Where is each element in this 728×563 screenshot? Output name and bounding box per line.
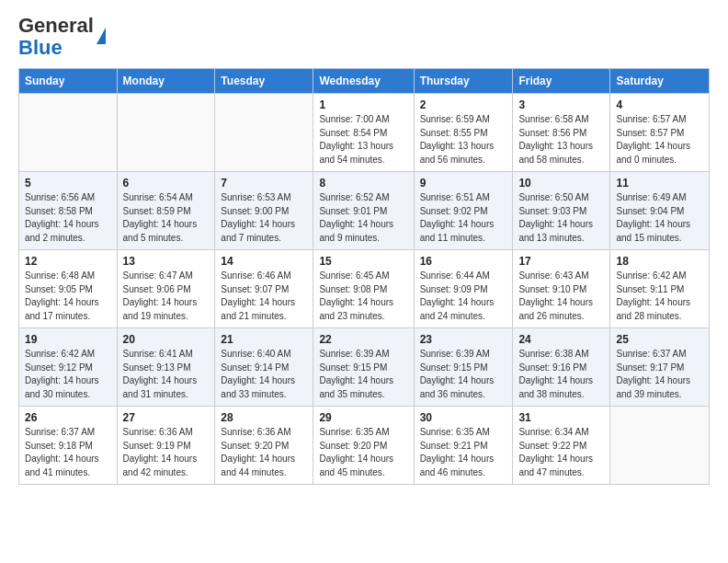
header-monday: Monday xyxy=(117,69,215,94)
week-row-1: 5Sunrise: 6:56 AM Sunset: 8:58 PM Daylig… xyxy=(19,172,710,250)
week-row-0: 1Sunrise: 7:00 AM Sunset: 8:54 PM Daylig… xyxy=(19,94,710,172)
day-info: Sunrise: 6:54 AM Sunset: 8:59 PM Dayligh… xyxy=(123,191,210,245)
day-info: Sunrise: 6:46 AM Sunset: 9:07 PM Dayligh… xyxy=(221,270,307,323)
logo-text: General Blue xyxy=(18,15,94,59)
day-info: Sunrise: 6:53 AM Sunset: 9:00 PM Dayligh… xyxy=(221,191,307,245)
header-saturday: Saturday xyxy=(610,69,710,94)
day-number: 6 xyxy=(123,177,210,190)
calendar-cell: 1Sunrise: 7:00 AM Sunset: 8:54 PM Daylig… xyxy=(313,94,414,172)
day-number: 17 xyxy=(518,255,604,268)
header: General Blue xyxy=(18,15,710,59)
day-number: 5 xyxy=(25,177,111,190)
day-info: Sunrise: 6:34 AM Sunset: 9:22 PM Dayligh… xyxy=(518,426,604,479)
calendar-cell: 21Sunrise: 6:40 AM Sunset: 9:14 PM Dayli… xyxy=(215,328,313,407)
day-number: 1 xyxy=(319,98,407,111)
calendar-cell: 17Sunrise: 6:43 AM Sunset: 9:10 PM Dayli… xyxy=(513,250,610,328)
calendar-cell xyxy=(215,94,313,172)
day-info: Sunrise: 6:56 AM Sunset: 8:58 PM Dayligh… xyxy=(25,191,111,245)
calendar-cell: 28Sunrise: 6:36 AM Sunset: 9:20 PM Dayli… xyxy=(215,407,313,485)
day-info: Sunrise: 6:42 AM Sunset: 9:12 PM Dayligh… xyxy=(25,348,111,401)
day-info: Sunrise: 6:43 AM Sunset: 9:10 PM Dayligh… xyxy=(518,270,604,323)
calendar-cell: 30Sunrise: 6:35 AM Sunset: 9:21 PM Dayli… xyxy=(414,407,513,485)
day-number: 11 xyxy=(616,177,703,190)
week-row-2: 12Sunrise: 6:48 AM Sunset: 9:05 PM Dayli… xyxy=(19,250,710,328)
day-number: 15 xyxy=(319,255,407,268)
calendar-cell: 11Sunrise: 6:49 AM Sunset: 9:04 PM Dayli… xyxy=(610,172,710,250)
day-number: 4 xyxy=(616,98,703,111)
calendar-cell xyxy=(610,407,710,485)
calendar-cell: 15Sunrise: 6:45 AM Sunset: 9:08 PM Dayli… xyxy=(313,250,414,328)
calendar-cell: 22Sunrise: 6:39 AM Sunset: 9:15 PM Dayli… xyxy=(313,328,414,407)
calendar-cell: 20Sunrise: 6:41 AM Sunset: 9:13 PM Dayli… xyxy=(117,328,215,407)
day-number: 10 xyxy=(518,177,604,190)
calendar-cell: 26Sunrise: 6:37 AM Sunset: 9:18 PM Dayli… xyxy=(19,407,118,485)
header-wednesday: Wednesday xyxy=(313,69,414,94)
header-friday: Friday xyxy=(513,69,610,94)
calendar-cell: 7Sunrise: 6:53 AM Sunset: 9:00 PM Daylig… xyxy=(215,172,313,250)
calendar-table: SundayMondayTuesdayWednesdayThursdayFrid… xyxy=(18,68,710,485)
day-info: Sunrise: 6:47 AM Sunset: 9:06 PM Dayligh… xyxy=(123,270,210,323)
week-row-4: 26Sunrise: 6:37 AM Sunset: 9:18 PM Dayli… xyxy=(19,407,710,485)
day-number: 8 xyxy=(319,177,407,190)
day-info: Sunrise: 6:57 AM Sunset: 8:57 PM Dayligh… xyxy=(616,113,703,167)
day-info: Sunrise: 6:49 AM Sunset: 9:04 PM Dayligh… xyxy=(616,191,703,245)
day-number: 28 xyxy=(221,411,307,424)
day-info: Sunrise: 6:35 AM Sunset: 9:20 PM Dayligh… xyxy=(319,426,407,479)
calendar-cell: 2Sunrise: 6:59 AM Sunset: 8:55 PM Daylig… xyxy=(414,94,513,172)
day-number: 13 xyxy=(123,255,210,268)
logo: General Blue xyxy=(18,15,106,59)
logo-blue-text: Blue xyxy=(18,36,63,59)
day-number: 3 xyxy=(518,98,604,111)
header-tuesday: Tuesday xyxy=(215,69,313,94)
day-number: 2 xyxy=(420,98,507,111)
day-info: Sunrise: 6:39 AM Sunset: 9:15 PM Dayligh… xyxy=(319,348,407,401)
page: General Blue SundayMondayTuesdayWednesda… xyxy=(0,0,728,563)
day-number: 22 xyxy=(319,333,407,346)
day-number: 23 xyxy=(420,333,507,346)
calendar-cell: 4Sunrise: 6:57 AM Sunset: 8:57 PM Daylig… xyxy=(610,94,710,172)
calendar-cell: 24Sunrise: 6:38 AM Sunset: 9:16 PM Dayli… xyxy=(513,328,610,407)
day-info: Sunrise: 6:50 AM Sunset: 9:03 PM Dayligh… xyxy=(518,191,604,245)
calendar-cell: 16Sunrise: 6:44 AM Sunset: 9:09 PM Dayli… xyxy=(414,250,513,328)
week-row-3: 19Sunrise: 6:42 AM Sunset: 9:12 PM Dayli… xyxy=(19,328,710,407)
day-number: 16 xyxy=(420,255,507,268)
day-number: 30 xyxy=(420,411,507,424)
calendar-cell: 10Sunrise: 6:50 AM Sunset: 9:03 PM Dayli… xyxy=(513,172,610,250)
day-number: 25 xyxy=(616,333,703,346)
day-number: 21 xyxy=(221,333,307,346)
day-number: 12 xyxy=(25,255,111,268)
day-number: 20 xyxy=(123,333,210,346)
calendar-cell: 6Sunrise: 6:54 AM Sunset: 8:59 PM Daylig… xyxy=(117,172,215,250)
day-info: Sunrise: 6:40 AM Sunset: 9:14 PM Dayligh… xyxy=(221,348,307,401)
calendar-cell: 29Sunrise: 6:35 AM Sunset: 9:20 PM Dayli… xyxy=(313,407,414,485)
day-info: Sunrise: 6:35 AM Sunset: 9:21 PM Dayligh… xyxy=(420,426,507,479)
day-info: Sunrise: 6:41 AM Sunset: 9:13 PM Dayligh… xyxy=(123,348,210,401)
logo-general-text: General xyxy=(18,14,94,37)
day-number: 19 xyxy=(25,333,111,346)
logo-triangle-icon xyxy=(97,28,106,44)
day-info: Sunrise: 6:52 AM Sunset: 9:01 PM Dayligh… xyxy=(319,191,407,245)
day-info: Sunrise: 6:51 AM Sunset: 9:02 PM Dayligh… xyxy=(420,191,507,245)
day-number: 27 xyxy=(123,411,210,424)
calendar-cell: 27Sunrise: 6:36 AM Sunset: 9:19 PM Dayli… xyxy=(117,407,215,485)
calendar-cell: 13Sunrise: 6:47 AM Sunset: 9:06 PM Dayli… xyxy=(117,250,215,328)
calendar-cell: 31Sunrise: 6:34 AM Sunset: 9:22 PM Dayli… xyxy=(513,407,610,485)
calendar-cell: 23Sunrise: 6:39 AM Sunset: 9:15 PM Dayli… xyxy=(414,328,513,407)
calendar-cell: 8Sunrise: 6:52 AM Sunset: 9:01 PM Daylig… xyxy=(313,172,414,250)
calendar-cell: 3Sunrise: 6:58 AM Sunset: 8:56 PM Daylig… xyxy=(513,94,610,172)
header-thursday: Thursday xyxy=(414,69,513,94)
day-info: Sunrise: 6:39 AM Sunset: 9:15 PM Dayligh… xyxy=(420,348,507,401)
day-number: 18 xyxy=(616,255,703,268)
day-number: 29 xyxy=(319,411,407,424)
day-number: 9 xyxy=(420,177,507,190)
calendar-cell: 19Sunrise: 6:42 AM Sunset: 9:12 PM Dayli… xyxy=(19,328,118,407)
calendar-cell: 12Sunrise: 6:48 AM Sunset: 9:05 PM Dayli… xyxy=(19,250,118,328)
day-info: Sunrise: 6:38 AM Sunset: 9:16 PM Dayligh… xyxy=(518,348,604,401)
calendar-cell: 5Sunrise: 6:56 AM Sunset: 8:58 PM Daylig… xyxy=(19,172,118,250)
day-info: Sunrise: 7:00 AM Sunset: 8:54 PM Dayligh… xyxy=(319,113,407,167)
day-info: Sunrise: 6:44 AM Sunset: 9:09 PM Dayligh… xyxy=(420,270,507,323)
day-number: 14 xyxy=(221,255,307,268)
day-number: 31 xyxy=(518,411,604,424)
calendar-cell: 18Sunrise: 6:42 AM Sunset: 9:11 PM Dayli… xyxy=(610,250,710,328)
day-info: Sunrise: 6:36 AM Sunset: 9:20 PM Dayligh… xyxy=(221,426,307,479)
